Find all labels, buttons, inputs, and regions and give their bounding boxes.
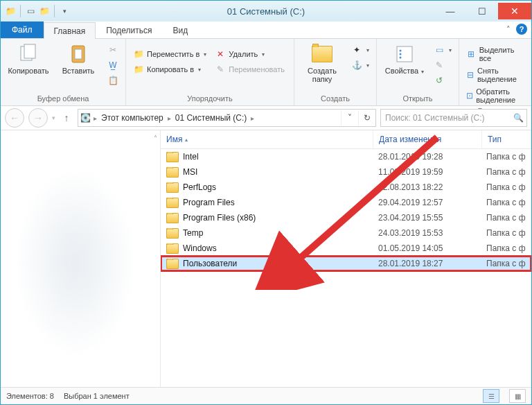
- status-item-count: Элементов: 8: [6, 392, 54, 400]
- properties-icon[interactable]: ▭: [25, 6, 36, 17]
- forward-button[interactable]: →: [28, 108, 48, 128]
- column-type[interactable]: Тип: [482, 130, 531, 148]
- refresh-button[interactable]: ↻: [358, 110, 375, 126]
- icons-view-button[interactable]: ▦: [509, 389, 526, 403]
- scroll-up-icon[interactable]: ˄: [154, 135, 157, 142]
- recent-locations-button[interactable]: ▾: [52, 114, 55, 121]
- file-type: Папка с ф: [481, 259, 531, 268]
- svg-rect-3: [75, 49, 82, 59]
- table-row[interactable]: MSI11.02.2019 19:59Папка с ф: [161, 164, 531, 180]
- edit-button[interactable]: ✎: [431, 58, 454, 72]
- folder-icon: [166, 182, 179, 193]
- address-dropdown-button[interactable]: ˅: [341, 110, 358, 126]
- close-button[interactable]: ✕: [498, 3, 531, 19]
- chevron-down-icon: ▾: [198, 67, 201, 73]
- minimize-button[interactable]: —: [434, 3, 466, 19]
- copy-button[interactable]: Копировать: [5, 40, 52, 75]
- back-button[interactable]: ←: [5, 108, 24, 128]
- select-all-button[interactable]: ⊞Выделить все: [463, 44, 527, 64]
- file-list[interactable]: Intel28.01.2019 19:28Папка с фMSI11.02.2…: [161, 149, 531, 387]
- svg-rect-4: [397, 46, 412, 62]
- chevron-right-icon[interactable]: ▸: [249, 114, 256, 122]
- search-box[interactable]: 🔍: [380, 109, 527, 127]
- search-icon[interactable]: 🔍: [510, 113, 526, 123]
- paste-icon: [67, 43, 89, 65]
- open-button[interactable]: ▭▾: [431, 43, 454, 57]
- tab-home[interactable]: Главная: [44, 22, 96, 39]
- new-item-button[interactable]: ✦▾: [348, 43, 372, 57]
- history-button[interactable]: ↺: [431, 74, 454, 87]
- folder-icon: [166, 213, 179, 223]
- paste-shortcut-icon: 📋: [107, 75, 118, 86]
- table-row[interactable]: Windows01.05.2019 14:05Папка с ф: [161, 241, 531, 256]
- easy-access-button[interactable]: ⚓▾: [348, 58, 372, 72]
- status-selected-count: Выбран 1 элемент: [64, 392, 130, 400]
- chevron-right-icon[interactable]: ▸: [166, 114, 172, 122]
- properties-button[interactable]: Свойства ▾: [381, 40, 428, 76]
- file-date: 24.03.2019 15:53: [373, 228, 481, 238]
- ribbon: Копировать Вставить ✂ W̲ 📋 Буфер обмена …: [1, 39, 531, 106]
- copy-to-icon: 📁: [133, 64, 144, 75]
- table-row[interactable]: PerfLogs22.08.2013 18:22Папка с ф: [161, 180, 531, 195]
- tab-share[interactable]: Поделиться: [96, 21, 162, 38]
- paste-shortcut-button[interactable]: 📋: [105, 74, 121, 87]
- file-type: Папка с ф: [481, 228, 531, 238]
- file-type: Папка с ф: [481, 182, 531, 192]
- select-none-button[interactable]: ⊟Снять выделение: [463, 65, 527, 85]
- new-folder-button[interactable]: Создать папку: [299, 40, 346, 83]
- copy-to-button[interactable]: 📁Копировать в▾: [130, 62, 209, 76]
- file-name: Windows: [183, 243, 217, 253]
- file-date: 11.02.2019 19:59: [373, 167, 481, 177]
- file-type: Папка с ф: [481, 152, 531, 162]
- column-date[interactable]: Дата изменения: [373, 130, 482, 148]
- details-view-button[interactable]: ☰: [483, 389, 499, 403]
- file-date: 28.01.2019 19:28: [373, 152, 481, 162]
- folder-icon: [166, 167, 179, 178]
- tab-view[interactable]: Вид: [162, 21, 198, 38]
- folder-icon: [166, 243, 179, 254]
- table-row[interactable]: Program Files (x86)23.04.2019 15:55Папка…: [161, 210, 531, 225]
- svg-point-6: [400, 53, 402, 55]
- file-name: Intel: [183, 152, 199, 162]
- chevron-down-icon[interactable]: ▾: [59, 6, 70, 17]
- paste-button[interactable]: Вставить: [55, 40, 102, 75]
- address-bar[interactable]: 💽 ▸ Этот компьютер ▸ 01 Системный (C:) ▸…: [78, 109, 376, 127]
- table-row[interactable]: Intel28.01.2019 19:28Папка с ф: [161, 149, 531, 164]
- file-date: 01.05.2019 14:05: [373, 243, 481, 253]
- delete-button[interactable]: ✕Удалить▾: [212, 47, 287, 61]
- search-input[interactable]: [381, 113, 510, 123]
- file-type: Папка с ф: [481, 198, 531, 207]
- nav-bar: ← → ▾ ↑ 💽 ▸ Этот компьютер ▸ 01 Системны…: [1, 106, 531, 130]
- invert-selection-button[interactable]: ⊡Обратить выделение: [463, 86, 527, 105]
- copy-path-button[interactable]: W̲: [105, 58, 121, 72]
- new-folder-icon[interactable]: 📁: [39, 6, 50, 17]
- group-label: Буфер обмена: [5, 93, 121, 105]
- copy-icon: [17, 43, 39, 65]
- select-none-icon: ⊟: [466, 69, 475, 80]
- move-to-button[interactable]: 📁Переместить в▾: [130, 47, 209, 61]
- table-row[interactable]: Temp24.03.2019 15:53Папка с ф: [161, 225, 531, 241]
- table-row[interactable]: Пользователи28.01.2019 18:27Папка с ф: [161, 256, 531, 271]
- content-area: ˄ Имя▴ Дата изменения Тип Intel28.01.201…: [1, 130, 531, 387]
- nav-tree-blurred: [5, 151, 146, 373]
- help-icon[interactable]: ?: [516, 24, 527, 35]
- group-label: Открыть: [381, 93, 454, 105]
- column-headers: Имя▴ Дата изменения Тип: [161, 130, 531, 149]
- file-name: MSI: [183, 167, 197, 177]
- chevron-right-icon[interactable]: ▸: [92, 114, 98, 122]
- cut-button[interactable]: ✂: [105, 43, 121, 57]
- up-button[interactable]: ↑: [60, 111, 73, 125]
- rename-button[interactable]: ✎Переименовать: [212, 62, 287, 76]
- ribbon-group-clipboard: Копировать Вставить ✂ W̲ 📋 Буфер обмена: [1, 39, 126, 105]
- chevron-up-icon[interactable]: ˄: [506, 25, 511, 34]
- tab-file[interactable]: Файл: [1, 21, 44, 38]
- group-label: Упорядочить: [130, 93, 290, 105]
- maximize-button[interactable]: ☐: [466, 3, 498, 19]
- table-row[interactable]: Program Files29.04.2019 12:57Папка с ф: [161, 195, 531, 210]
- breadcrumb-drive[interactable]: 01 Системный (C:): [172, 110, 250, 126]
- navigation-pane[interactable]: ˄: [1, 130, 161, 387]
- breadcrumb-root[interactable]: Этот компьютер: [98, 110, 166, 126]
- file-list-pane: Имя▴ Дата изменения Тип Intel28.01.2019 …: [161, 130, 531, 387]
- explorer-window: 📁 ▭ 📁 ▾ 01 Системный (C:) — ☐ ✕ Файл Гла…: [0, 0, 532, 405]
- column-name[interactable]: Имя▴: [161, 130, 373, 148]
